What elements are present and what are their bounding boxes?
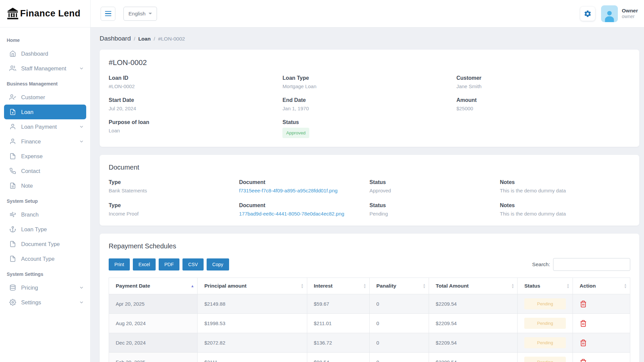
- breadcrumb-current: #LON-0002: [158, 36, 185, 42]
- trash-icon: [580, 319, 587, 327]
- sidebar-item-finance[interactable]: Finance: [0, 134, 90, 149]
- sort-icon: ▲▼: [567, 283, 570, 289]
- sidebar-item-label: Settings: [21, 299, 41, 306]
- delete-button[interactable]: [580, 300, 587, 308]
- cell-panality: 0: [369, 314, 429, 333]
- breadcrumb: Dashboard / Loan / #LON-0002: [100, 35, 639, 42]
- anchor-icon: [9, 226, 16, 233]
- sidebar-item-loan-payment[interactable]: Loan Payment: [0, 119, 90, 134]
- doc-status: Status Pending: [370, 202, 500, 217]
- sidebar-item-label: Account Type: [21, 256, 55, 262]
- settings-gear-button[interactable]: [580, 7, 595, 21]
- avatar[interactable]: [601, 5, 618, 22]
- column-header-action[interactable]: Action ▲▼: [573, 278, 630, 294]
- search-input[interactable]: [553, 258, 630, 271]
- trash-icon: [580, 300, 587, 308]
- sidebar-item-contact[interactable]: Contact: [0, 164, 90, 178]
- print-button[interactable]: Print: [109, 258, 130, 270]
- delete-button[interactable]: [580, 319, 587, 327]
- table-row: Feb 20, 2025 $2111 $98.54 0 $2209.54 Pen…: [109, 353, 630, 362]
- pdf-button[interactable]: PDF: [159, 258, 179, 270]
- column-header-status[interactable]: Status ▲▼: [518, 278, 573, 294]
- users-icon: [9, 65, 16, 72]
- doc-status: Status Approved: [370, 179, 500, 194]
- sidebar-item-loan[interactable]: Loan: [4, 105, 86, 119]
- sidebar-item-label: Document Type: [21, 241, 60, 247]
- sidebar-item-customer[interactable]: Customer: [0, 90, 90, 105]
- cell-action: [573, 353, 630, 362]
- table-row: Apr 20, 2025 $2149.88 $59.67 0 $2209.54 …: [109, 294, 630, 314]
- document-card: Document Type Bank Statements Document f…: [100, 155, 639, 226]
- column-header-interest[interactable]: Interest ▲▼: [307, 278, 369, 294]
- sidebar-item-label: Dashboard: [21, 51, 48, 57]
- sidebar-toggle-button[interactable]: [101, 7, 115, 21]
- document-link[interactable]: f7315eee-f7c8-4f09-a895-a95c28fdd01f.png: [239, 188, 338, 193]
- csv-button[interactable]: CSV: [182, 258, 204, 270]
- column-header-payment-date[interactable]: Payment Date ▲: [109, 278, 198, 294]
- sidebar-item-loan-type[interactable]: Loan Type: [0, 222, 90, 237]
- repayment-table: Payment Date ▲ Principal amount ▲▼ Inter…: [109, 278, 630, 362]
- table-search: Search:: [532, 258, 630, 271]
- main-content: Dashboard / Loan / #LON-0002 #LON-0002 L…: [91, 27, 644, 362]
- column-header-principal-amount[interactable]: Principal amount ▲▼: [198, 278, 307, 294]
- sidebar-item-expense[interactable]: Expense: [0, 149, 90, 164]
- cell-principal: $2111: [198, 353, 307, 362]
- sidebar-item-label: Note: [21, 183, 33, 189]
- excel-button[interactable]: Excel: [133, 258, 156, 270]
- sidebar-item-branch[interactable]: Branch: [0, 207, 90, 222]
- breadcrumb-dashboard[interactable]: Dashboard: [100, 35, 131, 42]
- sort-icon: ▲▼: [363, 283, 366, 289]
- cell-action: [573, 333, 630, 353]
- section-business-management: Business Management: [0, 76, 90, 90]
- file-icon: [9, 153, 16, 160]
- loan-fields-grid: Loan ID #LON-0002 Loan Type Mortgage Loa…: [109, 75, 630, 138]
- sort-icon: ▲▼: [624, 283, 627, 289]
- cell-interest: $98.54: [307, 353, 369, 362]
- column-header-total-amount[interactable]: Total Amount ▲▼: [429, 278, 518, 294]
- trash-icon: [580, 358, 587, 362]
- breadcrumb-separator: /: [134, 36, 135, 42]
- sidebar-item-label: Loan: [21, 109, 34, 115]
- export-buttons: Print Excel PDF CSV Copy: [109, 258, 229, 270]
- pending-badge: Pending: [524, 298, 566, 309]
- home-icon: [9, 50, 16, 57]
- bank-logo-icon: [6, 7, 19, 20]
- sidebar-item-document-type[interactable]: Document Type: [0, 237, 90, 251]
- sidebar-item-account-type[interactable]: Account Type: [0, 251, 90, 266]
- cell-status: Pending: [518, 353, 573, 362]
- cell-panality: 0: [369, 333, 429, 353]
- sidebar-item-settings[interactable]: Settings: [0, 295, 90, 310]
- section-system-setup: System Setup: [0, 193, 90, 207]
- doc-file: Document 177bad9d-ee8c-4441-8050-78e0dac…: [239, 202, 370, 217]
- delete-button[interactable]: [580, 358, 587, 362]
- sidebar-item-dashboard[interactable]: Dashboard: [0, 46, 90, 61]
- copy-button[interactable]: Copy: [207, 258, 229, 270]
- sidebar-item-staff-management[interactable]: Staff Management: [0, 61, 90, 76]
- delete-button[interactable]: [580, 339, 587, 347]
- file-plus-icon: [9, 109, 16, 115]
- sidebar-item-note[interactable]: Note: [0, 178, 90, 193]
- cell-total: $2209.54: [429, 314, 518, 333]
- cell-payment-date: Dec 20, 2024: [109, 333, 198, 353]
- user-check-icon: [9, 94, 16, 101]
- cell-interest: $59.67: [307, 294, 369, 314]
- user-info: Owner owner: [622, 7, 638, 20]
- column-header-panality[interactable]: Panality ▲▼: [369, 278, 429, 294]
- wind-icon: [9, 211, 16, 218]
- caret-down-icon: [149, 13, 152, 14]
- sidebar-item-pricing[interactable]: Pricing: [0, 280, 90, 295]
- document-link[interactable]: 177bad9d-ee8c-4441-8050-78e0dac4ec82.png: [239, 211, 344, 217]
- gear-icon: [9, 299, 16, 306]
- brand-logo[interactable]: Finance Lend: [0, 0, 90, 27]
- field-loan-type: Loan Type Mortgage Loan: [282, 75, 456, 89]
- loan-details-card: #LON-0002 Loan ID #LON-0002 Loan Type Mo…: [100, 50, 639, 147]
- status-badge: Approved: [282, 128, 309, 138]
- field-amount: Amount $25000: [457, 97, 630, 111]
- chevron-down-icon: [79, 139, 84, 144]
- user-icon: [9, 138, 16, 145]
- gear-icon: [584, 10, 592, 18]
- breadcrumb-loan[interactable]: Loan: [138, 36, 151, 42]
- cell-total: $2209.54: [429, 333, 518, 353]
- sidebar-item-label: Loan Type: [21, 226, 47, 233]
- language-dropdown[interactable]: English: [123, 7, 157, 21]
